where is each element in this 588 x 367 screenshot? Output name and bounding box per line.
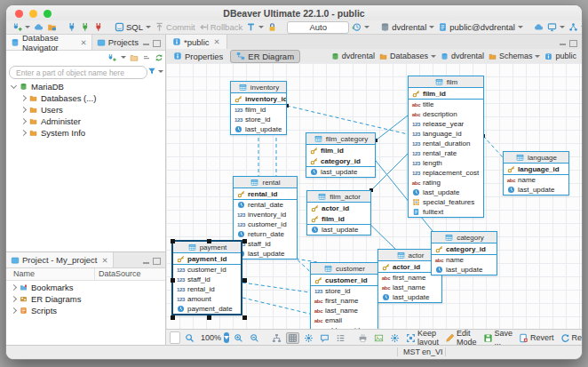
diagram-search-field[interactable] bbox=[170, 331, 180, 344]
timezone-indicator[interactable]: MST bbox=[403, 347, 420, 356]
database-combo[interactable]: dvdrental bbox=[379, 21, 435, 34]
print-button[interactable] bbox=[356, 332, 369, 344]
expander-icon[interactable] bbox=[11, 83, 17, 89]
selection-handle[interactable] bbox=[171, 239, 175, 243]
transaction-log-button[interactable] bbox=[351, 21, 370, 34]
selection-handle[interactable] bbox=[171, 278, 175, 283]
zoom-in-button[interactable] bbox=[232, 332, 245, 344]
minimize-editor-icon[interactable] bbox=[560, 44, 566, 45]
tree-item[interactable]: Users bbox=[6, 104, 165, 116]
entity-header[interactable]: language bbox=[504, 152, 568, 164]
entity-header[interactable]: category bbox=[432, 232, 497, 243]
column-datasource[interactable]: DataSource bbox=[99, 269, 141, 278]
expander-icon[interactable] bbox=[11, 296, 17, 302]
tree-item[interactable]: Administer bbox=[6, 116, 165, 127]
diagram-search-button[interactable] bbox=[183, 332, 196, 344]
close-icon[interactable]: ✕ bbox=[81, 38, 87, 47]
breadcrumb-item[interactable]: dvdrental bbox=[440, 52, 484, 60]
lock-button[interactable] bbox=[266, 21, 278, 34]
commit-button[interactable]: Commit bbox=[154, 21, 196, 34]
entity-header[interactable]: film_category bbox=[306, 133, 375, 145]
connect-button[interactable] bbox=[67, 21, 78, 34]
open-folder-button[interactable] bbox=[130, 50, 139, 66]
entity-customer[interactable]: customercustomer_id123store_idabcfirst_n… bbox=[310, 262, 378, 329]
er-diagram-canvas[interactable]: inventoryinventory_id123film_id123store_… bbox=[166, 63, 582, 329]
entity-payment[interactable]: paymentpayment_id123customer_id123staff_… bbox=[171, 240, 242, 315]
project-item[interactable]: ER Diagrams bbox=[6, 293, 165, 305]
entity-header[interactable]: customer bbox=[311, 263, 377, 275]
column-name[interactable]: Name bbox=[13, 269, 35, 278]
locale-indicator[interactable]: en_VI bbox=[422, 347, 443, 356]
entity-header[interactable]: film_actor bbox=[307, 191, 370, 203]
entity-header[interactable]: film bbox=[409, 76, 483, 88]
refresh-button[interactable]: Refresh bbox=[559, 332, 583, 344]
connect-to-database-button[interactable] bbox=[107, 50, 116, 66]
cloud-explorer-button[interactable] bbox=[533, 21, 544, 34]
selection-handle[interactable] bbox=[207, 239, 211, 243]
entity-film[interactable]: filmfilm_idabctitleabcdescription123rele… bbox=[408, 76, 484, 218]
disconnect-button[interactable] bbox=[93, 21, 105, 34]
sql-editor-button[interactable]: SQL bbox=[114, 21, 152, 34]
tab-public-editor[interactable]: *public ✕ bbox=[166, 35, 227, 49]
new-connection-button[interactable] bbox=[12, 21, 31, 34]
close-icon[interactable]: ✕ bbox=[214, 37, 220, 46]
refresh-tree-button[interactable] bbox=[155, 50, 163, 66]
schema-combo[interactable]: public@dvdrental bbox=[437, 21, 524, 34]
minimize-panel-icon[interactable] bbox=[143, 262, 149, 264]
expander-icon[interactable] bbox=[20, 95, 27, 101]
tab-properties[interactable]: Properties bbox=[168, 51, 228, 62]
expander-icon[interactable] bbox=[20, 118, 27, 124]
tab-projects[interactable]: Projects bbox=[92, 35, 143, 50]
maximize-panel-icon[interactable] bbox=[153, 258, 161, 265]
filter-settings-button[interactable] bbox=[147, 67, 163, 76]
maximize-editor-icon[interactable] bbox=[569, 40, 577, 47]
revert-button[interactable]: Revert bbox=[517, 332, 556, 344]
selection-handle[interactable] bbox=[242, 315, 247, 320]
breadcrumb-item[interactable]: Schemas bbox=[488, 52, 541, 60]
cloud-connections-button[interactable] bbox=[33, 21, 44, 34]
selection-handle[interactable] bbox=[207, 315, 211, 320]
entity-header[interactable]: rental bbox=[234, 177, 297, 188]
diagram-options-button[interactable] bbox=[388, 332, 401, 344]
tree-item-root[interactable]: MariaDB bbox=[6, 81, 165, 92]
expander-icon[interactable] bbox=[20, 107, 27, 113]
project-item[interactable]: Bookmarks bbox=[6, 282, 165, 293]
diagram-search-input[interactable] bbox=[173, 332, 177, 343]
object-filter-field[interactable] bbox=[9, 66, 147, 79]
expander-icon[interactable] bbox=[11, 307, 17, 314]
toggle-comments-button[interactable] bbox=[318, 332, 331, 344]
tab-er-diagram[interactable]: ER Diagram bbox=[230, 50, 300, 63]
collapse-all-button[interactable] bbox=[142, 50, 151, 66]
network-button[interactable] bbox=[568, 21, 583, 34]
tree-item[interactable]: System Info bbox=[6, 127, 165, 139]
toggle-grid-button[interactable] bbox=[286, 332, 299, 344]
rollback-button[interactable]: Rollback bbox=[198, 21, 243, 34]
transaction-mode-button[interactable] bbox=[245, 21, 265, 34]
object-filter-input[interactable] bbox=[14, 68, 142, 78]
maximize-panel-icon[interactable] bbox=[153, 40, 161, 47]
toggle-attributes-button[interactable] bbox=[334, 332, 347, 344]
entity-film_actor[interactable]: film_actoractor_idfilm_idlast_update bbox=[306, 190, 371, 235]
ssh-console-button[interactable] bbox=[546, 21, 566, 34]
breadcrumb-item[interactable]: public bbox=[544, 52, 576, 60]
entity-language[interactable]: languagelanguage_idabcnamelast_update bbox=[503, 151, 569, 195]
entity-category[interactable]: categorycategory_idabcnamelast_update bbox=[431, 231, 497, 275]
tree-item[interactable]: Databases (...) bbox=[6, 92, 165, 104]
expander-icon[interactable] bbox=[20, 130, 27, 136]
selection-handle[interactable] bbox=[242, 278, 247, 283]
auto-layout-button[interactable] bbox=[270, 332, 283, 344]
expander-icon[interactable] bbox=[11, 284, 17, 291]
breadcrumb-item[interactable]: Databases bbox=[378, 52, 436, 60]
auto-commit-combo[interactable]: Auto bbox=[287, 21, 349, 34]
zoom-dropdown-button[interactable] bbox=[224, 332, 229, 343]
minimize-panel-icon[interactable] bbox=[143, 44, 149, 45]
entity-film_category[interactable]: film_categoryfilm_idcategory_idlast_upda… bbox=[306, 132, 376, 178]
tab-project[interactable]: Project - My_project ✕ bbox=[6, 252, 114, 267]
project-item[interactable]: Scripts bbox=[6, 305, 165, 316]
diagram-settings-button[interactable] bbox=[302, 332, 315, 344]
export-image-button[interactable] bbox=[372, 332, 385, 344]
close-icon[interactable]: ✕ bbox=[101, 256, 107, 265]
entity-header[interactable]: inventory bbox=[231, 82, 286, 93]
open-connection-button[interactable] bbox=[46, 21, 58, 34]
selection-handle[interactable] bbox=[171, 315, 175, 320]
